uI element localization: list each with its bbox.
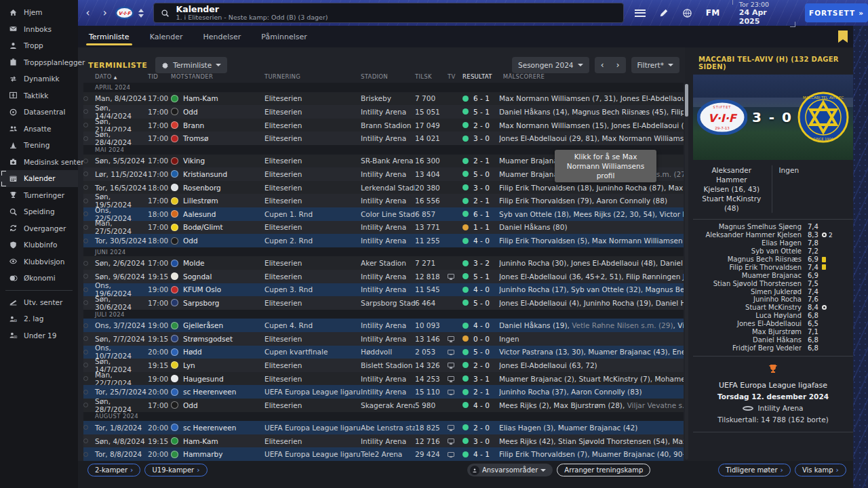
col-stadium[interactable]: STADION <box>361 73 415 80</box>
rating-row[interactable]: Muamer Brajanac6,9 <box>693 271 849 279</box>
rating-row[interactable]: Jones El-Abdellaoui6,5 <box>693 320 849 328</box>
player-name[interactable]: Fridtjof Berg Vedeler <box>693 344 802 352</box>
sidebar-item-troppsplanlegger[interactable]: Troppsplanlegger <box>0 54 78 71</box>
scorers[interactable]: Juninho Rocha (17), Syb van Ottele (32),… <box>499 285 684 293</box>
player-name[interactable]: Syb van Ottele <box>693 247 802 255</box>
sidebar-item-datasentral[interactable]: Datasentral <box>0 104 78 121</box>
opponent-name[interactable]: Odd <box>183 237 264 245</box>
edit-icon[interactable] <box>659 8 669 18</box>
sidebar-item-kalender[interactable]: Kalender <box>0 170 78 187</box>
col-date[interactable]: DATO ▲ <box>95 73 148 80</box>
scorers[interactable]: Daniel Håkans (19), Vetle Røhne Nilsen s… <box>499 321 684 329</box>
sidebar-item-under-19[interactable]: U19Under 19 <box>0 327 78 344</box>
fixture-row[interactable]: Man, 8/4/202417:00Ham-KamEliteserienBris… <box>83 92 684 106</box>
player-name[interactable]: Daniel Håkans <box>693 336 802 344</box>
responsibilities-dropdown[interactable]: Ansvarsområder <box>467 464 553 476</box>
rating-row[interactable]: Syb van Ottele7,2 <box>693 247 849 256</box>
scorers[interactable]: Elias Hagen (3), Muamer Brajanac (42) <box>499 424 684 432</box>
opponent-name[interactable]: Haugesund <box>183 375 264 383</box>
sidebar-item-turneringer[interactable]: Turneringer <box>0 187 78 204</box>
sidebar-item-hjem[interactable]: Hjem <box>0 4 78 21</box>
fixture-row[interactable]: Søn, 21/4/202417:00BrannEliteserienBrann… <box>83 119 684 132</box>
col-opponent[interactable]: MOTSTANDER <box>171 73 252 80</box>
player-name[interactable]: Stian Sjøvold Thorstensen <box>693 280 802 287</box>
rating-row[interactable]: Stuart McKinstry8,4 <box>693 304 849 312</box>
rating-row[interactable]: Simen Juklerød7,4 <box>693 287 849 296</box>
rating-row[interactable]: Magnus Bech Riisnæs6,9 <box>693 256 849 264</box>
previous-meetings-button[interactable]: Tidligere møter› <box>718 464 791 476</box>
player-name[interactable]: Max Bjurstrøm <box>693 328 802 336</box>
tab-hendelser[interactable]: Hendelser <box>203 26 241 47</box>
player-name[interactable]: Muamer Brajanac <box>693 272 802 279</box>
opponent-name[interactable]: Odd <box>183 401 264 409</box>
scorers[interactable]: Daniel Håkans (14), Magnus Bech Riisnæs … <box>499 108 684 116</box>
continue-button[interactable]: FORTSETT» <box>805 3 868 22</box>
second-team-matches-button[interactable]: 2-kamper› <box>87 464 140 476</box>
opponent-name[interactable]: Hødd <box>183 348 264 356</box>
scorers[interactable]: Filip Erik Thorvaldsen (18), Juninho Roc… <box>499 184 684 192</box>
col-tv[interactable]: TV <box>448 73 462 80</box>
scorers[interactable]: Max Normann Williamsen (15), Jones El-Ab… <box>499 121 684 129</box>
fixture-row[interactable]: Ons, 22/5/202418:00AalesundCupen 1. RndC… <box>83 207 684 221</box>
scorers[interactable]: Jones El-Abdellaoui (36, 45+2, 51), Fili… <box>499 272 684 281</box>
fixture-row[interactable]: Man, 22/7/202419:00HaugesundEliteserienI… <box>83 372 684 386</box>
scorers[interactable]: Victor Pastrana (13, 30), Muamer Brajana… <box>499 348 684 356</box>
opponent-name[interactable]: sc Heerenveen <box>183 388 264 396</box>
player-name[interactable]: Stuart McKinstry <box>693 304 802 311</box>
player-name[interactable]: Filip Erik Thorvaldsen <box>693 264 802 271</box>
col-scorers[interactable]: MÅLSCORERE <box>503 73 684 80</box>
player-name[interactable]: Juninho Rocha <box>693 296 802 303</box>
sidebar-item-speiding[interactable]: Speiding <box>0 203 78 220</box>
fixture-row[interactable]: Søn, 14/7/202419:15LynEliteserienBislett… <box>83 359 684 372</box>
scorers[interactable]: Jones El-Abdellaoui (63, 72) <box>499 361 684 369</box>
rating-row[interactable]: Elias Hagen7,8 <box>693 239 849 247</box>
opponent-name[interactable]: Odd <box>183 108 264 116</box>
sidebar-item-klubbvisjon[interactable]: Klubbvisjon <box>0 253 78 270</box>
rating-row[interactable]: Filip Erik Thorvaldsen7,4 <box>693 263 849 271</box>
prev-season-button[interactable]: ‹ <box>595 60 610 70</box>
sidebar-item-2-lag[interactable]: 22. lag <box>0 310 78 327</box>
fixture-row[interactable]: Søn, 7/7/202419:15StrømsgodsetEliteserie… <box>83 332 684 346</box>
rating-row[interactable]: Magnus Smelhus Sjøeng7,4 <box>693 223 849 231</box>
sidebar-item-utv-senter[interactable]: Utv. senter <box>0 294 78 311</box>
player-name[interactable]: Elias Hagen <box>693 239 802 247</box>
forward-icon[interactable]: › <box>96 7 113 19</box>
scorers[interactable]: Ingen <box>499 335 684 343</box>
rating-row[interactable]: Juninho Rocha7,6 <box>693 296 849 304</box>
fixture-row[interactable]: Tor, 1/8/202420:00sc HeerenveenUEFA Euro… <box>83 421 684 434</box>
sidebar-item-innboks[interactable]: Innboks <box>0 21 78 38</box>
sidebar-item-taktikk[interactable]: Taktikk <box>0 87 78 104</box>
scorers[interactable]: Muamer Brajanac (2), Stuart McKinstry (7… <box>499 375 684 383</box>
opponent-name[interactable]: Sogndal <box>183 272 264 281</box>
opponent-name[interactable]: Ham-Kam <box>183 437 264 445</box>
scrollbar-thumb[interactable] <box>685 84 688 117</box>
col-attendance[interactable]: TILSK <box>415 73 448 80</box>
fixture-row[interactable]: Man, 27/5/202417:00Bodø/GlimtEliteserien… <box>83 221 684 235</box>
opponent-name[interactable]: Sarpsborg <box>183 299 264 307</box>
opponent-name[interactable]: Ham-Kam <box>183 94 264 102</box>
fixture-row[interactable]: Ons, 10/7/202420:00HøddCupen kvartfinale… <box>83 346 684 359</box>
fixture-row[interactable]: Søn, 28/7/202417:00OddEliteserienSkagera… <box>83 399 684 412</box>
club-crest-icon[interactable]: V·I·F <box>115 6 134 20</box>
rating-row[interactable]: Aleksander Hammer Kjelsen8,32 <box>693 231 849 239</box>
fixture-row[interactable]: Tor, 16/5/202418:00RosenborgEliteserienL… <box>83 181 684 195</box>
next-season-button[interactable]: › <box>610 60 626 70</box>
opponent-name[interactable]: Brann <box>183 121 264 129</box>
scorers[interactable]: Jones El-Abdellaoui (4), Juninho Rocha (… <box>499 299 684 307</box>
fixture-row[interactable]: Tor, 30/5/202418:00OddCupen 2. RndIntili… <box>83 234 684 247</box>
view-match-button[interactable]: Vis kamp› <box>795 464 846 476</box>
fm-logo[interactable]: FM <box>706 8 720 18</box>
tab-påminnelser[interactable]: Påminnelser <box>261 26 307 47</box>
table-scrollbar[interactable] <box>685 83 688 460</box>
player-name[interactable]: Magnus Bech Riisnæs <box>693 256 802 263</box>
sidebar-item-trening[interactable]: Trening <box>0 137 78 154</box>
arrange-friendly-button[interactable]: Arranger treningskamp <box>557 464 650 476</box>
col-competition[interactable]: TURNERING <box>264 73 361 80</box>
opponent-name[interactable]: KFUM Oslo <box>183 285 264 293</box>
col-result[interactable]: RESULTAT <box>462 73 492 80</box>
opponent-name[interactable]: Lyn <box>183 361 264 369</box>
sidebar-item--konomi[interactable]: Økonomi <box>0 270 78 287</box>
match-banner[interactable]: STIFTET V·I·F 29-7-13 3 - 0 MACCABI TEL … <box>693 75 853 160</box>
sidebar-item-klubbinfo[interactable]: Klubbinfo <box>0 237 78 253</box>
scorers[interactable]: Max Normann Williamsen (7, 31), Jones El… <box>499 94 684 102</box>
